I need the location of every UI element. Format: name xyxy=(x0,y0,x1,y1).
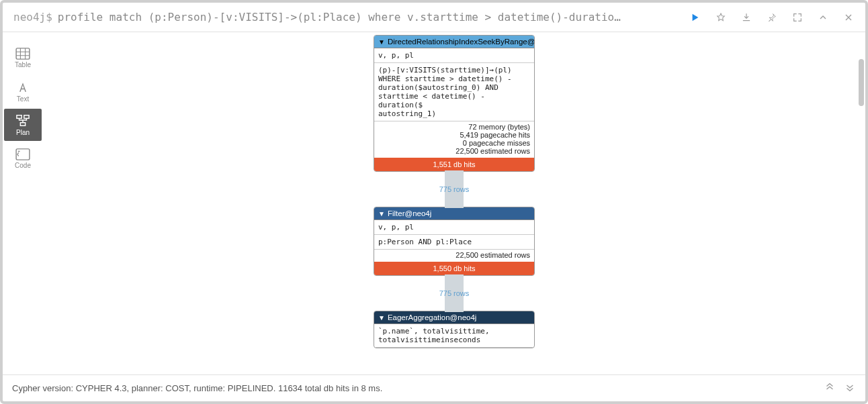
prompt-label: neo4j$ xyxy=(13,11,52,23)
view-switcher: Table Text Plan Code xyxy=(3,32,43,374)
plan-track: ▼ DirectedRelationshipIndexSeekByRange@n… xyxy=(43,35,865,374)
plan-node-stat: 72 memory (bytes) xyxy=(468,123,530,131)
plan-node-header[interactable]: ▼ EagerAggregation@neo4j xyxy=(374,311,534,324)
frame-body: Table Text Plan Code ▼ xyxy=(3,32,865,374)
play-icon[interactable] xyxy=(689,11,701,23)
plan-node-identifiers: `p.name`, totalvisittime, totalvisittime… xyxy=(374,324,534,348)
plan-connector-rows: 775 rows xyxy=(439,289,470,297)
query-text[interactable]: profile match (p:Person)-[v:VISITS]->(pl… xyxy=(58,11,680,23)
footer-actions xyxy=(824,381,856,395)
plan-node[interactable]: ▼ DirectedRelationshipIndexSeekByRange@n… xyxy=(374,35,535,172)
plan-node-dbhits: 1,551 db hits xyxy=(374,158,534,171)
svg-rect-4 xyxy=(16,148,30,159)
sidebar-item-label: Table xyxy=(15,61,31,68)
sidebar-item-table[interactable]: Table xyxy=(4,42,42,74)
plan-node-identifiers: v, p, pl xyxy=(374,220,534,235)
fullscreen-icon[interactable] xyxy=(791,11,804,23)
text-icon xyxy=(16,81,30,94)
disclosure-triangle-icon[interactable]: ▼ xyxy=(378,314,385,321)
plan-node-title: DirectedRelationshipIndexSeekByRange@neo… xyxy=(388,38,535,46)
plan-node-title: EagerAggregation@neo4j xyxy=(388,313,477,321)
pin-icon[interactable] xyxy=(766,11,778,23)
plan-node-dbhits: 1,550 db hits xyxy=(374,262,534,275)
plan-node-stat: 22,500 estimated rows xyxy=(455,147,530,155)
disclosure-triangle-icon[interactable]: ▼ xyxy=(378,210,385,217)
query-bar: neo4j$ profile match (p:Person)-[v:VISIT… xyxy=(3,3,865,32)
scroll-top-icon[interactable] xyxy=(824,381,836,395)
svg-rect-2 xyxy=(24,115,29,118)
status-text: Cypher version: CYPHER 4.3, planner: COS… xyxy=(12,383,382,393)
plan-icon xyxy=(15,114,30,128)
svg-rect-0 xyxy=(16,48,30,58)
sidebar-item-label: Text xyxy=(17,95,29,103)
disclosure-triangle-icon[interactable]: ▼ xyxy=(378,38,385,46)
collapse-icon[interactable] xyxy=(817,11,829,23)
favorite-icon[interactable] xyxy=(715,11,727,23)
svg-rect-1 xyxy=(17,115,21,118)
sidebar-item-code[interactable]: Code xyxy=(4,142,42,174)
plan-node-header[interactable]: ▼ Filter@neo4j xyxy=(374,207,534,220)
table-icon xyxy=(15,48,30,60)
plan-node-stat: 0 pagecache misses xyxy=(463,139,530,147)
plan-node[interactable]: ▼ EagerAggregation@neo4j `p.name`, total… xyxy=(374,311,535,348)
plan-node-stats: 72 memory (bytes) 5,419 pagecache hits 0… xyxy=(374,121,534,158)
download-icon[interactable] xyxy=(740,11,752,23)
plan-node-title: Filter@neo4j xyxy=(388,209,431,217)
frame-footer: Cypher version: CYPHER 4.3, planner: COS… xyxy=(3,374,865,401)
sidebar-item-label: Plan xyxy=(16,129,30,136)
plan-node-predicate: (p)-[v:VISITS(starttime)]→(pl) WHERE sta… xyxy=(374,63,534,121)
close-icon[interactable] xyxy=(842,11,855,23)
plan-connector: 775 rows xyxy=(445,274,464,312)
svg-rect-3 xyxy=(20,122,25,125)
plan-node[interactable]: ▼ Filter@neo4j v, p, pl p:Person AND pl:… xyxy=(374,207,535,276)
plan-node-stats: 22,500 estimated rows xyxy=(374,250,534,262)
code-icon xyxy=(15,148,30,160)
plan-node-identifiers: v, p, pl xyxy=(374,48,534,63)
plan-connector: 775 rows xyxy=(445,170,464,208)
plan-node-stat: 5,419 pagecache hits xyxy=(460,131,530,139)
plan-node-predicate: p:Person AND pl:Place xyxy=(374,235,534,250)
plan-node-stat: 22,500 estimated rows xyxy=(455,251,530,259)
plan-canvas[interactable]: ▼ DirectedRelationshipIndexSeekByRange@n… xyxy=(43,32,865,374)
scroll-bottom-icon[interactable] xyxy=(844,381,856,395)
sidebar-item-text[interactable]: Text xyxy=(4,75,42,107)
neo4j-result-frame: neo4j$ profile match (p:Person)-[v:VISIT… xyxy=(0,0,868,404)
plan-node-header[interactable]: ▼ DirectedRelationshipIndexSeekByRange@n… xyxy=(374,36,534,48)
frame-actions xyxy=(685,11,859,23)
plan-connector-rows: 775 rows xyxy=(439,185,470,193)
sidebar-item-plan[interactable]: Plan xyxy=(4,109,42,141)
sidebar-item-label: Code xyxy=(15,162,31,169)
